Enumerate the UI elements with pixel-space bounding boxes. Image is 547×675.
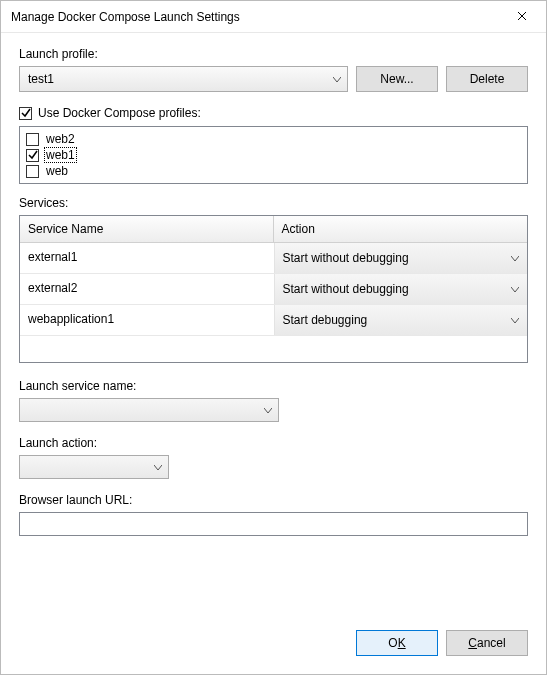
column-service-name[interactable]: Service Name xyxy=(20,216,274,242)
delete-button[interactable]: Delete xyxy=(446,66,528,92)
browser-url-label: Browser launch URL: xyxy=(19,493,528,507)
service-action-select[interactable]: Start debugging xyxy=(274,305,528,335)
launch-service-name-label: Launch service name: xyxy=(19,379,528,393)
table-row: external1 Start without debugging xyxy=(20,243,527,274)
chevron-down-icon xyxy=(154,460,162,474)
table-spacer xyxy=(20,336,527,362)
service-action-select[interactable]: Start without debugging xyxy=(274,243,528,273)
profile-checkbox[interactable] xyxy=(26,149,39,162)
chevron-down-icon xyxy=(511,313,519,327)
window-title: Manage Docker Compose Launch Settings xyxy=(11,10,502,24)
service-name-cell: external1 xyxy=(20,243,274,273)
chevron-down-icon xyxy=(333,72,341,86)
list-item[interactable]: web xyxy=(26,163,521,179)
service-action-value: Start without debugging xyxy=(283,282,409,296)
ok-button[interactable]: OK xyxy=(356,630,438,656)
launch-profile-label: Launch profile: xyxy=(19,47,528,61)
dialog-window: Manage Docker Compose Launch Settings La… xyxy=(0,0,547,675)
dialog-footer: OK Cancel xyxy=(19,614,528,656)
profile-label: web2 xyxy=(45,132,76,146)
service-action-value: Start debugging xyxy=(283,313,368,327)
list-item[interactable]: web2 xyxy=(26,131,521,147)
compose-profiles-list: web2 web1 web xyxy=(19,126,528,184)
browser-url-input[interactable] xyxy=(19,512,528,536)
launch-service-name-select[interactable] xyxy=(19,398,279,422)
use-profiles-checkbox[interactable] xyxy=(19,107,32,120)
use-profiles-label: Use Docker Compose profiles: xyxy=(38,106,201,120)
services-label: Services: xyxy=(19,196,528,210)
new-button[interactable]: New... xyxy=(356,66,438,92)
launch-profile-value: test1 xyxy=(28,72,54,86)
chevron-down-icon xyxy=(264,403,272,417)
service-name-cell: webapplication1 xyxy=(20,305,274,335)
cancel-button[interactable]: Cancel xyxy=(446,630,528,656)
services-table: Service Name Action external1 Start with… xyxy=(19,215,528,363)
use-profiles-row: Use Docker Compose profiles: xyxy=(19,106,528,120)
table-row: external2 Start without debugging xyxy=(20,274,527,305)
titlebar: Manage Docker Compose Launch Settings xyxy=(1,1,546,33)
service-name-cell: external2 xyxy=(20,274,274,304)
chevron-down-icon xyxy=(511,282,519,296)
service-action-select[interactable]: Start without debugging xyxy=(274,274,528,304)
chevron-down-icon xyxy=(511,251,519,265)
close-icon xyxy=(517,10,527,24)
profile-checkbox[interactable] xyxy=(26,165,39,178)
close-button[interactable] xyxy=(502,3,542,31)
column-action[interactable]: Action xyxy=(274,216,528,242)
service-action-value: Start without debugging xyxy=(283,251,409,265)
profile-label: web1 xyxy=(45,148,76,162)
launch-action-select[interactable] xyxy=(19,455,169,479)
table-header: Service Name Action xyxy=(20,216,527,243)
dialog-content: Launch profile: test1 New... Delete Use … xyxy=(1,33,546,674)
table-row: webapplication1 Start debugging xyxy=(20,305,527,336)
list-item[interactable]: web1 xyxy=(26,147,521,163)
launch-profile-row: test1 New... Delete xyxy=(19,66,528,92)
profile-checkbox[interactable] xyxy=(26,133,39,146)
launch-action-label: Launch action: xyxy=(19,436,528,450)
launch-profile-select[interactable]: test1 xyxy=(19,66,348,92)
profile-label: web xyxy=(45,164,69,178)
